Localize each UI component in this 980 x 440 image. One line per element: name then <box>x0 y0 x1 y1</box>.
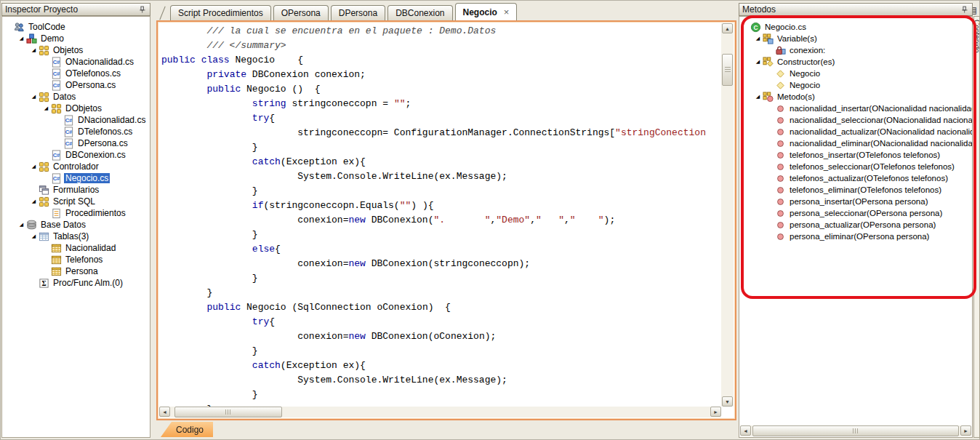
collapsed-side-tab[interactable]: Contenido <box>973 16 980 438</box>
horizontal-scroll-thumb[interactable] <box>174 407 282 417</box>
tree-item-nacionalidad-actualizar-onacionalidad-nacionalidad[interactable]: nacionalidad_actualizar(ONacionalidad na… <box>739 126 972 137</box>
methods-horizontal-scrollbar[interactable]: ◄ ► <box>740 425 971 436</box>
code-line: } <box>161 140 721 155</box>
cs-file-icon: C# <box>50 150 62 161</box>
expander-icon[interactable]: ◢ <box>30 91 38 103</box>
tree-item-tablas-3[interactable]: ◢Tablas(3) <box>3 231 150 242</box>
tree-item-demo[interactable]: ◢Demo <box>3 33 150 44</box>
method-icon <box>774 103 786 114</box>
tree-item-persona-seleccionar-opersona-persona[interactable]: persona_seleccionar(OPersona persona) <box>739 207 972 219</box>
svg-text:C#: C# <box>65 117 72 124</box>
expander-icon[interactable]: ◢ <box>17 33 25 44</box>
tree-item-nacionalidad[interactable]: Nacionalidad <box>3 242 150 254</box>
tree-item-negocio-cs[interactable]: CNegocio.cs <box>739 21 972 33</box>
tree-item-telefonos-actualizar-otelefonos-telefonos[interactable]: telefonos_actualizar(OTelefonos telefono… <box>739 172 972 184</box>
expander-icon[interactable]: ◢ <box>30 44 38 56</box>
tree-item-persona-actualizar-opersona-persona[interactable]: persona_actualizar(OPersona persona) <box>739 219 972 231</box>
pin-icon[interactable] <box>959 4 969 15</box>
tree-item-telefonos-insertar-otelefonos-telefonos[interactable]: telefonos_insertar(OTelefonos telefonos) <box>739 149 972 161</box>
close-icon[interactable]: × <box>504 8 510 17</box>
tree-item-opersona-cs[interactable]: C#OPersona.cs <box>3 79 150 91</box>
code-line: public Negocio () { <box>161 82 721 97</box>
tree-item-negocio[interactable]: Negocio <box>739 68 972 79</box>
expander-icon[interactable]: ◢ <box>30 231 38 242</box>
scroll-right-icon[interactable]: ► <box>960 425 971 436</box>
code-editor[interactable]: /// la cual se encuentra en el paquete :… <box>161 24 721 407</box>
tab-opersona[interactable]: OPersona <box>273 5 329 20</box>
expander-icon[interactable]: ◢ <box>17 219 25 231</box>
expander-icon[interactable]: ◢ <box>754 91 762 103</box>
tree-item-label: Persona <box>64 266 100 276</box>
tree-item-nacionalidad-seleccionar-onacionalidad-nacionalidad[interactable]: nacionalidad_seleccionar(ONacionalidad n… <box>739 114 972 126</box>
tree-item-dpersona-cs[interactable]: C#DPersona.cs <box>3 137 150 149</box>
tree-item-negocio-cs[interactable]: C#Negocio.cs <box>3 172 150 184</box>
code-line: } <box>161 184 721 199</box>
tree-item-dtelefonos-cs[interactable]: C#DTelefonos.cs <box>3 126 150 137</box>
horizontal-scroll-thumb[interactable] <box>752 425 959 436</box>
tree-item-label: Tablas(3) <box>52 231 90 241</box>
tree-item-proc-func-alm-0[interactable]: ΣProc/Func Alm.(0) <box>3 277 150 289</box>
tree-item-formularios[interactable]: Formularios <box>3 184 150 196</box>
expander-icon[interactable]: ◢ <box>754 56 762 68</box>
module-icon <box>38 92 49 103</box>
tree-item-onacionalidad-cs[interactable]: C#ONacionalidad.cs <box>3 56 150 68</box>
code-line: conexion=new DBConexion(oConexion); <box>161 329 721 344</box>
tree-item-procedimientos[interactable]: Procedimientos <box>3 207 150 219</box>
scroll-left-icon[interactable]: ◄ <box>159 407 170 417</box>
tree-item-persona[interactable]: Persona <box>3 265 150 277</box>
tree-item-metodo-s[interactable]: ◢Metodo(s) <box>739 91 972 103</box>
tree-item-label: telefonos_actualizar(OTelefonos telefono… <box>788 174 949 183</box>
tree-item-base-datos[interactable]: ◢Base Datos <box>3 219 150 231</box>
tree-item-script-sql[interactable]: ◢Script SQL <box>3 196 150 207</box>
tree-item-controlador[interactable]: ◢Controlador <box>3 161 150 172</box>
pin-icon[interactable] <box>137 4 147 15</box>
tab-label: DPersona <box>339 8 377 18</box>
scroll-up-icon[interactable]: ▲ <box>722 23 733 33</box>
tab-codigo[interactable]: Codigo <box>161 422 213 437</box>
tree-item-telefonos-seleccionar-otelefonos-telefonos[interactable]: telefonos_seleccionar(OTelefonos telefon… <box>739 161 972 172</box>
tree-item-label: Negocio.cs <box>64 173 110 183</box>
tree-item-objetos[interactable]: ◢Objetos <box>3 44 150 56</box>
tree-item-persona-eliminar-opersona-persona[interactable]: persona_eliminar(OPersona persona) <box>739 231 972 242</box>
tree-item-telefonos-eliminar-otelefonos-telefonos[interactable]: telefonos_eliminar(OTelefonos telefonos) <box>739 184 972 196</box>
editor-vertical-scrollbar[interactable]: ▲ ▼ <box>721 23 734 407</box>
tree-item-label: OPersona.cs <box>64 80 117 90</box>
tree-item-telefonos[interactable]: Telefonos <box>3 254 150 265</box>
tree-item-persona-insertar-opersona-persona[interactable]: persona_insertar(OPersona persona) <box>739 196 972 207</box>
editor-horizontal-scrollbar[interactable]: ◄ ► <box>159 407 721 417</box>
expander-icon[interactable]: ◢ <box>30 196 38 207</box>
expander-icon[interactable]: ◢ <box>30 161 38 172</box>
expander-icon[interactable]: ◢ <box>42 103 50 114</box>
tree-item-label: telefonos_seleccionar(OTelefonos telefon… <box>788 162 956 171</box>
expander-icon[interactable]: ◢ <box>754 33 762 44</box>
tab-dbconexion[interactable]: DBConexion <box>387 5 452 20</box>
tree-item-otelefonos-cs[interactable]: C#OTelefonos.cs <box>3 68 150 79</box>
methods-panel-header: Metodos <box>739 3 973 16</box>
vertical-scroll-thumb[interactable] <box>722 54 733 86</box>
tree-item-dobjetos[interactable]: ◢DObjetos <box>3 103 150 114</box>
tab-script-procedimientos[interactable]: Script Procedimientos <box>170 5 271 20</box>
tree-item-dbconexion-cs[interactable]: C#DBConexion.cs <box>3 149 150 161</box>
scroll-right-icon[interactable]: ► <box>710 407 721 417</box>
tree-item-constructor-es[interactable]: ◢Constructor(es) <box>739 56 972 68</box>
tree-item-label: persona_eliminar(OPersona persona) <box>788 232 931 241</box>
people-icon <box>13 22 25 33</box>
tab-negocio[interactable]: Negocio× <box>455 3 518 20</box>
tree-item-conexion[interactable]: conexion: <box>739 44 972 56</box>
method-icon <box>774 115 786 126</box>
tree-item-nacionalidad-insertar-onacionalidad-nacionalidad[interactable]: nacionalidad_insertar(ONacionalidad naci… <box>739 103 972 114</box>
tree-item-variable-s[interactable]: ◢Variable(s) <box>739 33 972 44</box>
tree-item-negocio[interactable]: Negocio <box>739 79 972 91</box>
tree-item-datos[interactable]: ◢Datos <box>3 91 150 103</box>
tree-item-toolcode[interactable]: ToolCode <box>3 21 150 33</box>
tree-item-nacionalidad-eliminar-onacionalidad-nacionalidad[interactable]: nacionalidad_eliminar(ONacionalidad naci… <box>739 137 972 149</box>
code-line: } <box>161 388 721 402</box>
tree-item-dnacionalidad-cs[interactable]: C#DNacionalidad.cs <box>3 114 150 126</box>
tree-item-label: persona_insertar(OPersona persona) <box>788 197 930 206</box>
tab-dpersona[interactable]: DPersona <box>331 5 385 20</box>
scroll-down-icon[interactable]: ▼ <box>722 396 733 407</box>
tree-item-label: Base Datos <box>39 220 87 230</box>
scroll-left-icon[interactable]: ◄ <box>740 425 751 436</box>
svg-text:C#: C# <box>52 175 60 182</box>
code-line: public Negocio (SqlConnection oConexion)… <box>161 300 721 315</box>
